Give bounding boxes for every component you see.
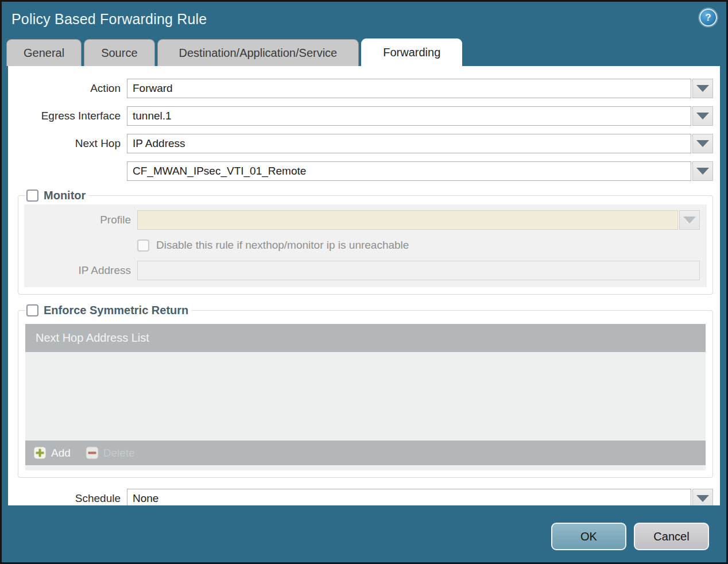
monitor-legend: Monitor	[25, 189, 89, 202]
minus-icon	[86, 446, 99, 459]
dialog-titlebar: Policy Based Forwarding Rule ?	[2, 2, 726, 38]
egress-interface-combo: tunnel.1	[127, 106, 713, 126]
next-hop-address-list-table: Next Hop Address List Add	[25, 324, 706, 470]
disable-rule-checkbox	[137, 239, 149, 252]
next-hop-row: Next Hop IP Address	[8, 134, 713, 153]
next-hop-address-combo: CF_MWAN_IPsec_VTI_01_Remote	[127, 161, 713, 181]
egress-interface-value[interactable]: tunnel.1	[127, 106, 691, 126]
dialog-footer: OK Cancel	[2, 505, 726, 550]
next-hop-dropdown-button[interactable]	[692, 134, 713, 153]
page-title: Policy Based Forwarding Rule	[11, 11, 207, 28]
monitor-label: Monitor	[44, 189, 86, 202]
table-bottom-strip	[25, 465, 706, 470]
action-row: Action Forward	[8, 79, 713, 98]
schedule-value[interactable]: None	[127, 489, 691, 505]
profile-label: Profile	[24, 214, 137, 226]
enforce-symmetric-return-legend: Enforce Symmetric Return	[25, 304, 192, 317]
tab-general[interactable]: General	[6, 39, 82, 66]
next-hop-type-combo: IP Address	[127, 134, 713, 153]
cancel-button[interactable]: Cancel	[634, 523, 709, 550]
chevron-down-icon	[696, 168, 709, 175]
action-dropdown-button[interactable]	[692, 79, 713, 98]
enforce-symmetric-return-checkbox[interactable]	[26, 304, 38, 316]
monitor-panel: Profile Disable this rule if nexthop/mon…	[24, 204, 707, 287]
next-hop-address-list-header: Next Hop Address List	[25, 324, 706, 352]
enforce-symmetric-return-label: Enforce Symmetric Return	[44, 304, 188, 317]
plus-icon	[33, 446, 47, 459]
schedule-row: Schedule None	[8, 489, 713, 505]
delete-button: Delete	[86, 446, 135, 459]
profile-dropdown-button	[679, 210, 700, 230]
egress-interface-dropdown-button[interactable]	[692, 106, 713, 126]
help-icon[interactable]: ?	[699, 9, 717, 26]
add-button[interactable]: Add	[33, 446, 71, 459]
chevron-down-icon	[696, 495, 709, 502]
chevron-down-icon	[696, 85, 709, 92]
forwarding-tab-panel: Action Forward Egress Interface tunnel.1…	[8, 66, 720, 505]
disable-rule-label: Disable this rule if nexthop/monitor ip …	[156, 239, 409, 252]
tab-bar: General Source Destination/Application/S…	[2, 38, 726, 66]
tab-destination-application-service[interactable]: Destination/Application/Service	[157, 39, 359, 66]
add-button-label: Add	[51, 447, 71, 459]
tab-source[interactable]: Source	[84, 39, 154, 66]
next-hop-type-value[interactable]: IP Address	[127, 134, 691, 153]
pbf-rule-dialog: Policy Based Forwarding Rule ? General S…	[0, 0, 728, 564]
next-hop-label: Next Hop	[8, 137, 127, 150]
delete-button-label: Delete	[103, 447, 135, 459]
chevron-down-icon	[683, 217, 696, 223]
action-label: Action	[8, 82, 127, 95]
profile-combo	[137, 210, 700, 230]
tab-forwarding[interactable]: Forwarding	[361, 38, 462, 66]
monitor-ip-address-label: IP Address	[24, 264, 137, 277]
schedule-label: Schedule	[8, 492, 127, 505]
schedule-combo: None	[127, 489, 713, 505]
profile-row: Profile	[24, 210, 700, 230]
next-hop-address-list-toolbar: Add Delete	[25, 441, 706, 465]
disable-rule-row: Disable this rule if nexthop/monitor ip …	[137, 239, 707, 252]
monitor-fieldset: Monitor Profile Disable this rule if nex…	[18, 189, 713, 295]
chevron-down-icon	[696, 140, 709, 147]
egress-interface-label: Egress Interface	[8, 110, 127, 122]
next-hop-address-list-body	[25, 352, 706, 441]
monitor-checkbox[interactable]	[26, 190, 38, 202]
monitor-ip-address-row: IP Address	[24, 261, 700, 280]
ok-button[interactable]: OK	[551, 523, 626, 550]
enforce-symmetric-return-fieldset: Enforce Symmetric Return Next Hop Addres…	[18, 304, 713, 478]
monitor-ip-address-input	[137, 261, 700, 280]
next-hop-address-value[interactable]: CF_MWAN_IPsec_VTI_01_Remote	[127, 161, 691, 181]
next-hop-address-row: CF_MWAN_IPsec_VTI_01_Remote	[8, 161, 713, 181]
chevron-down-icon	[696, 113, 709, 119]
profile-value	[137, 210, 678, 230]
schedule-dropdown-button[interactable]	[692, 489, 713, 505]
egress-interface-row: Egress Interface tunnel.1	[8, 106, 713, 126]
action-combo: Forward	[127, 79, 713, 98]
action-value[interactable]: Forward	[127, 79, 691, 98]
next-hop-address-dropdown-button[interactable]	[692, 161, 713, 181]
